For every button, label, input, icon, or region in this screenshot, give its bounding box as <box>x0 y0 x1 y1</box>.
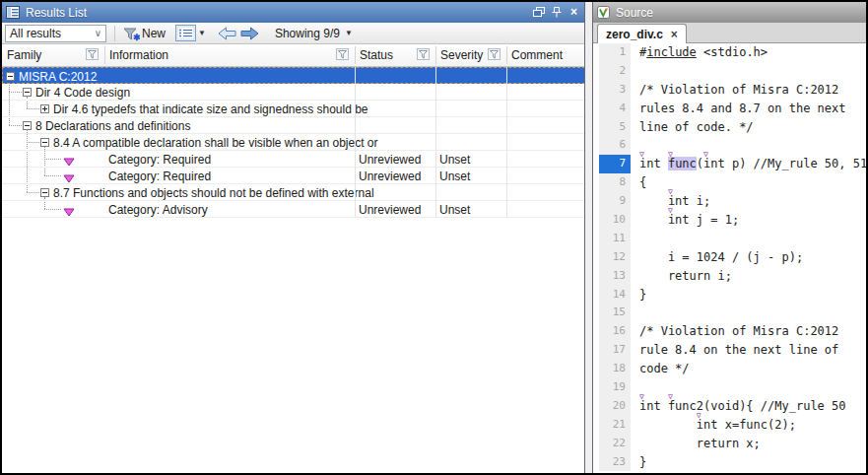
result-row[interactable]: Category: RequiredUnreviewedUnset <box>2 168 585 184</box>
code-line[interactable]: 3/* Violation of Misra C:2012 <box>593 81 866 100</box>
code-line[interactable]: 15 <box>593 304 866 322</box>
code-line[interactable]: 2 <box>593 62 866 81</box>
line-number: 1 <box>599 43 631 62</box>
column-header-label: Information <box>109 48 168 62</box>
column-filter-icon[interactable] <box>488 48 501 64</box>
line-number: 14 <box>599 286 631 305</box>
tree-group-row[interactable]: 8.7 Functions and objects should not be … <box>2 184 585 201</box>
tree-group-row[interactable]: MISRA C:2012 <box>2 67 585 84</box>
column-filter-icon[interactable] <box>417 48 430 64</box>
code-text: rules 8.4 and 8.7 on the next <box>631 100 846 118</box>
tree-expander-plus-icon[interactable] <box>40 104 49 113</box>
tree-expander-minus-icon[interactable] <box>40 138 49 147</box>
showing-dropdown-arrow: ▼ <box>345 29 353 37</box>
results-filter-dropdown[interactable]: All results ∨ <box>5 25 106 42</box>
tree-expander-minus-icon[interactable] <box>6 72 15 81</box>
column-header-label: Comment <box>511 48 563 62</box>
code-text: } <box>631 286 646 305</box>
line-number: 16 <box>599 322 631 341</box>
column-header-status[interactable]: Status <box>355 44 435 66</box>
result-marker-icon[interactable]: ▽ <box>668 188 673 196</box>
line-number: 12 <box>599 248 631 267</box>
result-severity: Unset <box>439 170 470 183</box>
tree-expander-minus-icon[interactable] <box>23 88 32 97</box>
result-marker-icon[interactable]: ▽ <box>668 393 673 401</box>
next-result-button[interactable] <box>240 24 259 43</box>
code-line[interactable]: 6 <box>593 136 866 155</box>
code-line[interactable]: 10 int j = 1;▽ <box>593 211 866 230</box>
result-severity: Unset <box>439 153 470 167</box>
code-line[interactable]: 7int func(int p) //My_rule 50, 51▽▽▽ <box>593 155 866 173</box>
column-header-information[interactable]: Information <box>104 44 355 66</box>
column-filter-icon[interactable] <box>86 48 99 64</box>
code-line[interactable]: 17rule 8.4 on the next line of <box>593 341 866 360</box>
column-header-separator[interactable] <box>355 46 356 64</box>
code-line[interactable]: 5line of code. */ <box>593 118 866 137</box>
column-header-separator[interactable] <box>435 46 436 64</box>
column-header-family[interactable]: Family <box>2 44 104 66</box>
code-line[interactable]: 9 int i;▽ <box>593 192 866 211</box>
tree-expander-minus-icon[interactable] <box>40 188 49 197</box>
result-marker-icon[interactable]: ▽ <box>703 151 708 159</box>
code-line[interactable]: 19 <box>593 378 866 397</box>
column-header-severity[interactable]: Severity <box>435 44 506 66</box>
column-grid-line <box>355 67 356 218</box>
code-line[interactable]: 23} <box>593 453 866 472</box>
results-column-headers: FamilyInformationStatusSeverityComment <box>2 44 584 67</box>
line-number: 21 <box>599 416 631 435</box>
column-filter-icon[interactable] <box>336 48 349 64</box>
line-number: 22 <box>599 435 631 453</box>
column-header-separator[interactable] <box>506 46 507 64</box>
result-information: Category: Advisory <box>108 203 208 217</box>
tree-group-label: Dir 4 Code design <box>35 86 130 100</box>
code-text: { <box>631 173 646 192</box>
code-line[interactable]: 1#include <stdio.h> <box>593 43 866 62</box>
code-text: line of code. */ <box>631 118 754 137</box>
code-line[interactable]: 20int func2(void){ //My_rule 50▽▽ <box>593 397 866 416</box>
code-text: } <box>631 453 646 472</box>
tree-group-label: Dir 4.6 typedefs that indicate size and … <box>53 102 368 116</box>
result-marker-icon[interactable]: ▽ <box>639 393 644 401</box>
result-marker-icon[interactable]: ▽ <box>697 412 701 420</box>
view-options-button[interactable]: ▼ <box>175 24 206 43</box>
tree-group-row[interactable]: 8 Declarations and definitions <box>2 117 585 134</box>
result-status: Unreviewed <box>359 153 421 167</box>
column-header-comment[interactable]: Comment <box>506 44 585 66</box>
tree-group-row[interactable]: 8.4 A compatible declaration shall be vi… <box>2 134 585 151</box>
new-filter-button[interactable]: ✱ New <box>123 24 166 43</box>
column-header-separator[interactable] <box>104 46 105 64</box>
tree-expander-minus-icon[interactable] <box>23 121 32 130</box>
code-line[interactable]: 11 <box>593 230 866 248</box>
code-line[interactable]: 14} <box>593 286 866 305</box>
tab-zero-div-c[interactable]: zero_div.c × <box>597 24 687 43</box>
result-marker-icon[interactable]: ▽ <box>668 151 673 159</box>
view-options-dropdown-arrow: ▼ <box>198 29 206 37</box>
panel-divider[interactable] <box>585 2 592 473</box>
code-line[interactable]: 4rules 8.4 and 8.7 on the next <box>593 100 866 118</box>
code-line[interactable]: 8{ <box>593 173 866 192</box>
showing-results-button[interactable]: Showing 9/9 ▼ <box>275 27 353 40</box>
previous-result-button[interactable] <box>218 24 236 43</box>
code-line[interactable]: 12 i = 1024 / (j - p); <box>593 248 866 267</box>
violation-triangle-icon <box>63 206 75 220</box>
result-marker-icon[interactable]: ▽ <box>639 151 644 159</box>
code-line[interactable]: 18code */ <box>593 360 866 378</box>
tab-label: zero_div.c <box>606 28 663 41</box>
tree-group-row[interactable]: Dir 4.6 typedefs that indicate size and … <box>2 101 585 117</box>
result-row[interactable]: Category: RequiredUnreviewedUnset <box>2 151 585 168</box>
float-icon[interactable] <box>532 6 545 19</box>
result-row[interactable]: Category: AdvisoryUnreviewedUnset <box>2 201 585 218</box>
code-text: int x=func(2);▽ <box>631 416 796 435</box>
results-filter-value: All results <box>10 27 61 40</box>
tab-close-icon[interactable]: × <box>671 29 678 40</box>
code-line[interactable]: 22 return x; <box>593 435 866 453</box>
code-line[interactable]: 21 int x=func(2);▽ <box>593 416 866 435</box>
result-marker-icon[interactable]: ▽ <box>668 207 673 215</box>
tree-group-row[interactable]: Dir 4 Code design <box>2 84 585 101</box>
pin-icon[interactable] <box>550 6 563 19</box>
close-icon[interactable]: × <box>568 6 580 19</box>
code-text: #include <stdio.h> <box>631 43 768 62</box>
code-line[interactable]: 16/* Violation of Misra C:2012 <box>593 322 866 341</box>
code-line[interactable]: 13 return i; <box>593 267 866 286</box>
line-number: 15 <box>599 304 631 322</box>
